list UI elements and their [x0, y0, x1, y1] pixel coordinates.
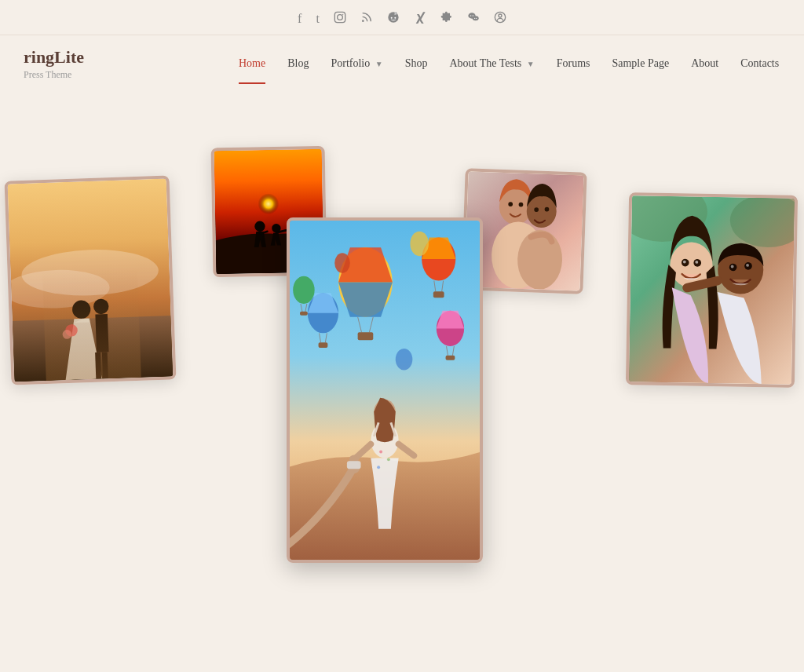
instagram-icon[interactable] [334, 11, 346, 27]
svg-rect-0 [334, 12, 345, 22]
gallery-area [0, 100, 804, 602]
svg-point-20 [72, 300, 91, 319]
rss-icon[interactable] [360, 11, 373, 27]
photo-card-wedding[interactable] [5, 175, 177, 385]
svg-rect-51 [300, 312, 308, 316]
svg-point-59 [387, 458, 390, 461]
photo-card-balloons[interactable] [287, 217, 483, 563]
wechat-icon[interactable] [467, 11, 480, 27]
header: ringLite Press Theme Home Blog Portfolio… [0, 35, 804, 84]
nav-portfolio[interactable]: Portfolio ▼ [320, 43, 393, 84]
nav-shop[interactable]: Shop [394, 43, 439, 84]
svg-point-3 [362, 20, 364, 22]
svg-point-5 [391, 17, 393, 19]
photo-card-couple-smile[interactable] [626, 192, 798, 388]
xing-icon[interactable] [414, 11, 426, 27]
svg-rect-19 [12, 316, 173, 382]
nav-contacts[interactable]: Contacts [729, 43, 790, 84]
svg-point-58 [379, 451, 382, 454]
svg-point-6 [394, 17, 396, 19]
logo: ringLite Press Theme [24, 47, 118, 81]
reddit-icon[interactable] [387, 11, 400, 27]
portfolio-chevron: ▼ [375, 60, 383, 68]
about-tests-chevron: ▼ [527, 60, 535, 68]
svg-point-10 [470, 15, 471, 16]
svg-point-21 [93, 298, 109, 314]
main-nav: Home Blog Portfolio ▼ Shop About The Tes… [228, 43, 790, 84]
svg-rect-35 [358, 332, 374, 340]
svg-point-13 [476, 18, 477, 19]
svg-point-1 [338, 15, 343, 20]
nav-about-tests[interactable]: About The Tests ▼ [438, 43, 545, 84]
svg-point-48 [293, 276, 314, 304]
svg-point-11 [473, 15, 473, 16]
social-bar: f t [0, 0, 804, 35]
svg-point-52 [410, 232, 429, 256]
svg-rect-24 [102, 352, 108, 378]
svg-rect-22 [95, 314, 108, 352]
nav-about[interactable]: About [680, 43, 729, 84]
nav-home[interactable]: Home [228, 43, 276, 84]
svg-point-15 [499, 14, 502, 17]
svg-rect-43 [319, 342, 328, 348]
nav-sample-page[interactable]: Sample Page [601, 43, 680, 84]
svg-point-60 [377, 466, 380, 469]
svg-point-26 [62, 330, 71, 339]
svg-point-7 [395, 12, 397, 14]
svg-rect-39 [433, 291, 444, 298]
svg-point-53 [334, 253, 350, 273]
facebook-icon[interactable]: f [298, 12, 302, 26]
twitter-icon[interactable]: t [316, 12, 319, 26]
user-circle-icon[interactable] [494, 11, 506, 27]
svg-rect-23 [95, 352, 101, 379]
logo-title: ringLite [24, 47, 118, 68]
nav-forums[interactable]: Forums [546, 43, 601, 84]
svg-point-9 [473, 16, 479, 20]
svg-point-12 [474, 18, 475, 19]
nav-blog[interactable]: Blog [276, 43, 320, 84]
svg-point-25 [65, 324, 78, 337]
svg-rect-62 [347, 461, 361, 469]
svg-rect-47 [446, 356, 455, 360]
puzzle-icon[interactable] [440, 11, 453, 27]
logo-subtitle: Press Theme [24, 69, 118, 81]
svg-point-2 [342, 14, 343, 15]
svg-point-54 [396, 349, 413, 370]
